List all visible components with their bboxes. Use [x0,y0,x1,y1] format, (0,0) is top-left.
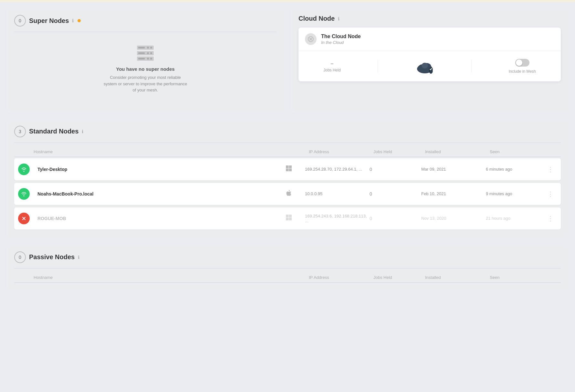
cloud-graphic-icon [415,59,434,74]
svg-rect-3 [138,47,145,48]
cloud-card-header: The Cloud Node In the Cloud [298,27,561,51]
svg-rect-28 [289,218,292,221]
node-installed: Nov 13, 2020 [421,216,486,221]
col-seen: Seen [490,149,548,154]
passive-col-seen: Seen [490,275,548,280]
passive-nodes-section: 0 Passive Nodes ℹ Hostname IP Address Jo… [6,245,569,291]
standard-nodes-title: Standard Nodes [29,128,78,135]
cloud-node-info-icon[interactable]: ℹ [338,16,340,21]
standard-nodes-count-badge: 3 [14,126,26,137]
passive-col-installed: Installed [425,275,490,280]
standard-nodes-section: 3 Standard Nodes ℹ Hostname IP Address J… [6,119,569,238]
passive-col-ip-address: IP Address [309,275,373,280]
svg-rect-27 [286,218,289,221]
passive-col-jobs-held: Jobs Held [373,275,425,280]
table-row: Noahs-MacBook-Pro.local 10.0.0.95 0 Feb … [14,183,561,205]
jobs-held-stat: – Jobs Held [323,60,340,72]
status-dot-red [18,213,30,224]
node-seen: 21 hours ago [486,216,544,221]
node-jobs-held: 0 [370,191,421,196]
svg-point-9 [150,58,152,60]
cloud-node-section: Cloud Node ℹ The Cloud Node In the Cloud [291,8,569,113]
svg-point-1 [150,47,152,49]
col-installed: Installed [425,149,490,154]
close-icon [21,216,26,221]
toggle-thumb [516,59,522,66]
server-icon [136,45,155,61]
svg-rect-20 [289,165,292,168]
svg-rect-22 [289,169,292,172]
include-in-mesh-toggle[interactable] [515,59,529,67]
svg-rect-21 [286,169,289,172]
row-menu-button[interactable]: ⋮ [544,190,557,198]
node-installed: Mar 09, 2021 [421,167,486,172]
node-seen: 9 minutes ago [486,191,544,196]
table-row: Tyler-Desktop 169.254.28.70, 172.29.64.1… [14,158,561,180]
cloud-card-stats: – Jobs Held [298,51,561,81]
jobs-held-value: – [331,60,333,66]
cloud-node-title: Cloud Node [298,15,335,22]
cloud-node-name: The Cloud Node [321,34,361,39]
svg-rect-7 [138,52,145,54]
standard-nodes-info-icon[interactable]: ℹ [82,129,83,134]
wifi-icon [21,166,27,172]
node-ip-address: 10.0.0.95 [305,191,370,196]
super-nodes-empty-state: You have no super nodes Consider promoti… [14,32,277,106]
stat-divider-2 [471,60,472,73]
node-installed: Feb 10, 2021 [421,191,486,196]
svg-rect-26 [289,215,292,217]
include-in-mesh-toggle-wrap: Include in Mesh [509,59,536,74]
empty-state-description: Consider promoting your most reliable sy… [103,74,187,93]
cloud-node-subtitle: In the Cloud [321,40,361,45]
os-icon-apple [286,189,305,198]
super-nodes-info-icon[interactable]: ℹ [72,18,74,23]
row-menu-button[interactable]: ⋮ [544,215,557,222]
passive-table-header: Hostname IP Address Jobs Held Installed … [14,272,561,283]
stat-divider-1 [378,60,378,73]
super-nodes-section: 0 Super Nodes ℹ [6,8,284,113]
passive-col-hostname: Hostname [34,275,289,280]
passive-nodes-title: Passive Nodes [29,253,75,261]
svg-point-18 [422,63,428,69]
node-jobs-held: 0 [370,167,421,172]
svg-point-6 [147,52,149,54]
svg-point-10 [147,58,149,60]
svg-rect-11 [138,58,145,59]
passive-nodes-info-icon[interactable]: ℹ [78,255,79,260]
status-dot-green [18,164,30,175]
svg-point-5 [150,52,152,54]
os-icon-windows [286,165,305,173]
node-hostname: Tyler-Desktop [37,167,286,172]
col-ip-address: IP Address [309,149,373,154]
super-nodes-title: Super Nodes [29,17,69,25]
notification-dot [78,19,81,22]
node-hostname: Noahs-MacBook-Pro.local [37,191,286,196]
empty-state-title: You have no super nodes [116,66,174,72]
col-hostname: Hostname [34,149,289,154]
table-header: Hostname IP Address Jobs Held Installed … [14,147,561,157]
node-hostname: ROGUE-MOB [37,216,286,221]
wifi-icon [21,191,27,197]
include-in-mesh-label: Include in Mesh [509,69,536,74]
table-row: ROGUE-MOB 169.254.243.6, 192.168.218.113… [14,207,561,229]
node-ip-address: 169.254.243.6, 192.168.218.113, ... [305,214,370,223]
row-menu-button[interactable]: ⋮ [544,165,557,173]
col-jobs-held: Jobs Held [373,149,425,154]
jobs-held-label: Jobs Held [323,68,340,72]
status-dot-green [18,188,30,200]
svg-rect-19 [286,165,289,168]
cloud-icon-stat [415,59,434,74]
node-jobs-held: 0 [370,216,421,221]
svg-point-2 [147,47,149,49]
toggle-track [515,59,529,67]
os-icon-windows [286,214,305,222]
svg-rect-25 [286,215,289,217]
node-seen: 6 minutes ago [486,167,544,172]
super-nodes-count-badge: 0 [14,15,26,26]
cloud-status-icon [305,33,317,45]
passive-nodes-count-badge: 0 [14,251,26,263]
node-ip-address: 169.254.28.70, 172.29.64.1, ... [305,167,370,172]
cloud-node-card: The Cloud Node In the Cloud – Jobs Held [298,27,561,81]
